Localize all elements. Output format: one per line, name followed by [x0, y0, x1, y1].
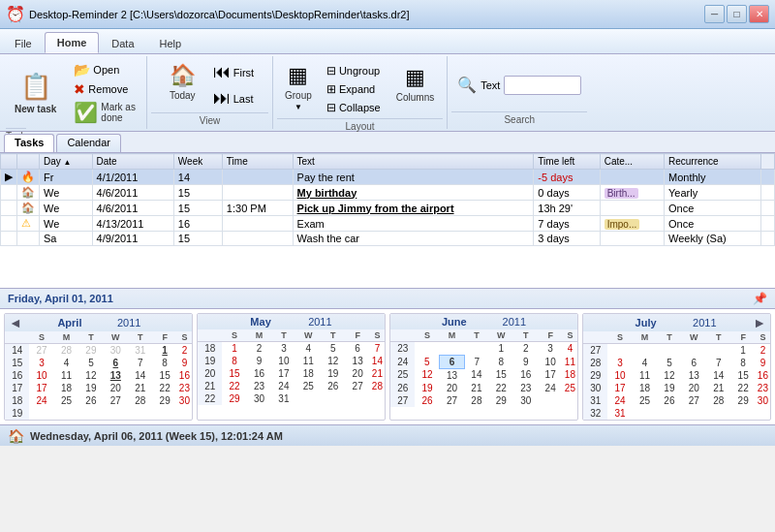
expand-button[interactable]: ⊞ Expand	[322, 80, 386, 98]
cal-day[interactable]: 9	[513, 355, 538, 368]
cal-day[interactable]: 13	[104, 369, 128, 382]
cal-day[interactable]: 3	[271, 342, 295, 356]
cal-day[interactable]	[464, 342, 488, 356]
cal-day[interactable]: 27	[104, 394, 128, 407]
cal-day[interactable]: 5	[657, 357, 681, 369]
cal-day[interactable]: 2	[247, 342, 271, 356]
cal-day[interactable]: 23	[513, 382, 538, 394]
cal-day[interactable]: 12	[657, 369, 681, 382]
cal-day[interactable]: 29	[489, 394, 513, 407]
cal-day[interactable]: 2	[177, 344, 192, 358]
cal-day[interactable]: 5	[415, 355, 439, 368]
menu-home[interactable]: Home	[45, 32, 100, 53]
col-week[interactable]: Week	[173, 154, 222, 170]
cal-day[interactable]: 26	[657, 394, 681, 407]
cal-day[interactable]: 25	[563, 382, 577, 394]
col-text[interactable]: Text	[293, 154, 534, 170]
cal-day[interactable]: 17	[538, 368, 562, 382]
cal-day[interactable]	[563, 394, 577, 407]
cal-day[interactable]: 24	[29, 394, 53, 407]
cal-day[interactable]: 11	[54, 369, 78, 382]
cal-day[interactable]: 7	[370, 342, 385, 356]
tab-calendar[interactable]: Calendar	[56, 134, 121, 152]
cal-day[interactable]: 1	[152, 344, 176, 358]
col-timeleft[interactable]: Time left	[534, 154, 600, 170]
cal-day[interactable]: 27	[682, 394, 706, 407]
cal-day[interactable]: 29	[78, 344, 103, 358]
cal-day[interactable]: 10	[538, 355, 562, 368]
cal-day[interactable]	[538, 394, 562, 407]
cal-day[interactable]: 29	[222, 392, 246, 405]
cal-day[interactable]: 21	[370, 367, 385, 380]
table-row[interactable]: 🏠 We 4/6/2011 15 My birthday 0 days Birt…	[1, 185, 775, 201]
cal-day[interactable]: 31	[271, 392, 295, 405]
maximize-button[interactable]: □	[727, 5, 747, 23]
cal-day[interactable]: 12	[78, 369, 103, 382]
mark-done-button[interactable]: ✅ Mark asdone	[69, 99, 140, 126]
new-task-button[interactable]: 📋 New task	[6, 60, 65, 126]
cal-day[interactable]: 22	[489, 382, 513, 394]
cal-day[interactable]: 17	[29, 382, 53, 394]
cal-day[interactable]	[633, 407, 657, 420]
cal-day[interactable]: 17	[607, 382, 632, 394]
collapse-button[interactable]: ⊟ Collapse	[322, 99, 386, 116]
cal-day[interactable]: 20	[682, 382, 706, 394]
cal-day[interactable]: 3	[607, 357, 632, 369]
cal-day[interactable]: 8	[489, 355, 513, 368]
col-recurrence[interactable]: Recurrence	[664, 154, 760, 170]
cal-day[interactable]: 21	[464, 382, 488, 394]
search-input[interactable]	[504, 76, 581, 95]
cal-day[interactable]: 24	[271, 380, 295, 392]
cal-day[interactable]: 28	[54, 344, 78, 358]
cal-day[interactable]: 28	[128, 394, 152, 407]
cal-day[interactable]: 26	[415, 394, 439, 407]
cal-day[interactable]: 12	[415, 368, 439, 382]
cal-day[interactable]: 22	[730, 382, 755, 394]
cal-day[interactable]	[177, 407, 192, 420]
cal-day[interactable]: 27	[29, 344, 53, 358]
cal-day[interactable]: 30	[756, 394, 770, 407]
cal-day[interactable]	[633, 344, 657, 358]
cal-day[interactable]: 8	[730, 357, 755, 369]
cal-day[interactable]: 11	[633, 369, 657, 382]
cal-day[interactable]: 18	[633, 382, 657, 394]
col-indicator[interactable]	[1, 154, 17, 170]
columns-button[interactable]: ▦ Columns	[389, 60, 441, 108]
cal-day[interactable]: 19	[321, 367, 345, 380]
cal-day[interactable]: 18	[54, 382, 78, 394]
cal-day[interactable]: 28	[464, 394, 488, 407]
cal-day[interactable]: 1	[730, 344, 755, 358]
cal-day[interactable]: 8	[152, 357, 176, 369]
today-button[interactable]: 🏠 Today	[161, 60, 204, 104]
cal-day[interactable]: 15	[152, 369, 176, 382]
cal-day[interactable]: 23	[247, 380, 271, 392]
cal-day[interactable]: 29	[152, 394, 176, 407]
cal-day[interactable]: 25	[296, 380, 321, 392]
table-row[interactable]: 🏠 We 4/6/2011 15 1:30 PM Pick up Jimmy f…	[1, 201, 775, 216]
row-text[interactable]: Pick up Jimmy from the airport	[293, 201, 534, 216]
cal-day[interactable]: 9	[177, 357, 192, 369]
cal-day[interactable]: 21	[128, 382, 152, 394]
cal-day[interactable]: 20	[440, 382, 464, 394]
cal-day[interactable]	[345, 392, 369, 405]
cal-day[interactable]: 27	[345, 380, 369, 392]
first-button[interactable]: ⏮ First	[208, 60, 259, 84]
cal-day[interactable]: 19	[78, 382, 103, 394]
table-row[interactable]: Sa 4/9/2011 15 Wash the car 3 days Weekl…	[1, 232, 775, 246]
cal-day[interactable]: 4	[633, 357, 657, 369]
cal-day[interactable]: 4	[296, 342, 321, 356]
col-icon[interactable]	[17, 154, 40, 170]
cal-day[interactable]: 16	[513, 368, 538, 382]
minimize-button[interactable]: ─	[704, 5, 725, 23]
remove-button[interactable]: ✖ Remove	[69, 79, 140, 99]
cal-day[interactable]: 19	[657, 382, 681, 394]
cal-day[interactable]	[682, 344, 706, 358]
cal-day[interactable]: 7	[706, 357, 730, 369]
cal-day[interactable]: 8	[222, 355, 246, 367]
cal-day[interactable]: 10	[607, 369, 632, 382]
cal-day[interactable]: 14	[370, 355, 385, 367]
cal-day[interactable]	[440, 342, 464, 356]
table-row[interactable]: ⚠ We 4/13/2011 16 Exam 7 days Impo... On…	[1, 216, 775, 232]
cal-day[interactable]: 14	[706, 369, 730, 382]
cal-day[interactable]	[54, 407, 78, 420]
